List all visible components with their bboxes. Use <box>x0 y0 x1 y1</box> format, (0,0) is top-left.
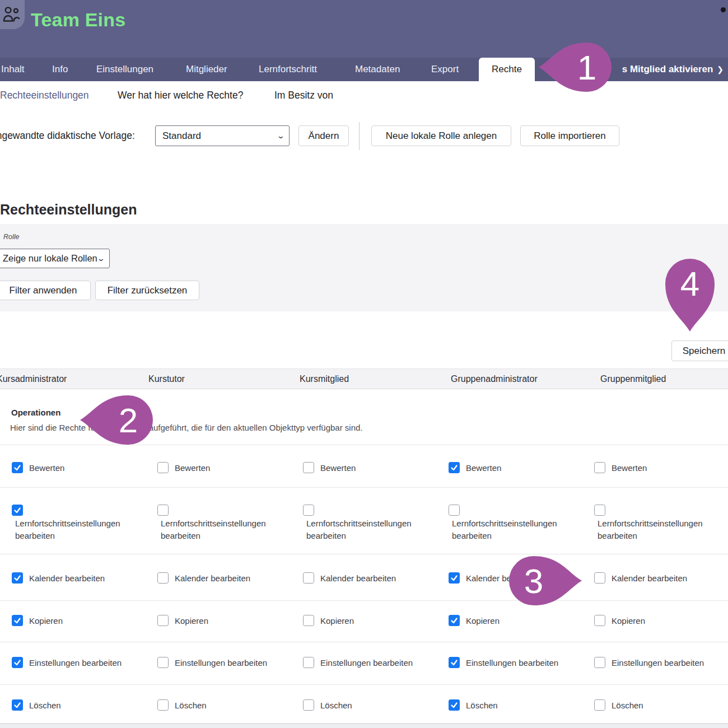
checkbox-bewerten-col3[interactable] <box>303 462 314 473</box>
group-icon <box>1 4 21 25</box>
permission-label: Kalender bearbeiten <box>612 573 687 583</box>
permission-label: Lernfortschrittseinstellungen bearbeiten <box>306 517 441 542</box>
checkbox-kopieren-col5[interactable] <box>594 615 605 626</box>
checkbox-einstellungen-bearbeiten-col5[interactable] <box>594 657 605 668</box>
checkbox-bewerten-col2[interactable] <box>157 462 169 473</box>
permission-label: Kopieren <box>175 616 208 626</box>
permission-label: Bewerten <box>29 463 64 473</box>
checkbox-einstellungen-bearbeiten-col3[interactable] <box>303 657 314 668</box>
checkbox-kopieren-col3[interactable] <box>303 615 314 626</box>
member-activate-action[interactable]: s Mitglied aktivieren❯ <box>622 58 724 81</box>
didactic-template-label: Angewandte didaktische Vorlage: <box>0 130 135 142</box>
role-filter-select[interactable]: Zeige nur lokale Rollen ⌄ <box>0 249 110 268</box>
permission-cell <box>303 505 314 516</box>
permission-label: Kalender bearbeiten <box>175 573 250 583</box>
permission-cell: Kopieren <box>12 615 63 626</box>
check-icon <box>450 574 458 582</box>
permission-cell: Einstellungen bearbeiten <box>157 657 267 668</box>
filter-reset-button[interactable]: Filter zurücksetzen <box>95 281 199 300</box>
tab-lernfortschritt[interactable]: Lernfortschritt <box>259 58 317 81</box>
subtab-rechteeinstellungen[interactable]: Rechteeinstellungen <box>0 90 89 101</box>
checkbox-einstellungen-bearbeiten-col1[interactable] <box>12 657 23 668</box>
column-header-kurstutor: Kurstutor <box>148 369 185 389</box>
permission-label: Lernfortschrittseinstellungen bearbeiten <box>15 517 150 542</box>
permission-row-bewerten: BewertenBewertenBewertenBewertenBewerten <box>0 445 728 488</box>
check-icon <box>13 574 21 582</box>
permission-cell: Kalender bearbeiten <box>12 572 105 584</box>
checkbox-kalender-bearbeiten-col3[interactable] <box>303 572 314 584</box>
checkbox-kalender-bearbeiten-col4[interactable] <box>449 572 460 584</box>
permission-row-einstellungen-bearbeiten: Einstellungen bearbeitenEinstellungen be… <box>0 642 728 685</box>
permission-label: Lernfortschrittseinstellungen bearbeiten <box>452 517 586 542</box>
group-icon-tile[interactable] <box>0 0 25 29</box>
checkbox-kalender-bearbeiten-col2[interactable] <box>157 572 169 584</box>
checkbox-kalender-bearbeiten-col1[interactable] <box>12 572 23 584</box>
checkbox-l-schen-col5[interactable] <box>594 699 605 711</box>
tab-info[interactable]: Info <box>52 58 68 81</box>
permission-cell: Kalender bearbeiten <box>449 572 542 584</box>
didactic-template-select[interactable]: Standard ⌄ <box>155 125 290 146</box>
permission-label: Bewerten <box>612 463 647 473</box>
permission-cell <box>157 505 169 516</box>
section-heading: Rechteeinstellungen <box>0 202 137 218</box>
checkbox-kalender-bearbeiten-col5[interactable] <box>594 572 605 584</box>
checkbox-lernfortschrittseinstellungen-bearbeiten-col2[interactable] <box>157 505 169 516</box>
checkbox-l-schen-col1[interactable] <box>12 699 23 711</box>
permission-cell: Löschen <box>594 699 643 711</box>
permission-cell: Kalender bearbeiten <box>594 572 687 584</box>
checkbox-kopieren-col2[interactable] <box>157 615 169 626</box>
column-header-kursmitglied: Kursmitglied <box>300 369 349 389</box>
tab-inhalt[interactable]: Inhalt <box>1 58 25 81</box>
operations-title: Operationen <box>11 408 60 417</box>
permission-cell <box>594 505 605 516</box>
filter-panel: Rolle Zeige nur lokale Rollen ⌄ Filter a… <box>0 224 728 311</box>
permission-row-kalender-bearbeiten: Kalender bearbeitenKalender bearbeitenKa… <box>0 554 728 601</box>
import-role-button[interactable]: Rolle importieren <box>520 125 619 146</box>
permission-cell: Löschen <box>157 699 207 711</box>
permission-label: Kopieren <box>612 616 645 626</box>
check-icon <box>450 617 458 624</box>
permission-cell: Bewerten <box>303 462 356 473</box>
checkbox-einstellungen-bearbeiten-col2[interactable] <box>157 657 169 668</box>
permission-cell: Löschen <box>449 699 498 711</box>
permission-cell: Bewerten <box>449 462 501 473</box>
checkbox-kopieren-col1[interactable] <box>12 615 23 626</box>
permission-cell: Bewerten <box>157 462 210 473</box>
permission-label: Kalender bearbeiten <box>29 573 105 583</box>
checkbox-bewerten-col1[interactable] <box>12 462 23 473</box>
tab-metadaten[interactable]: Metadaten <box>355 58 400 81</box>
permission-label: Löschen <box>29 701 61 710</box>
tab-mitglieder[interactable]: Mitglieder <box>186 58 227 81</box>
tab-rechte[interactable]: Rechte <box>479 58 535 81</box>
save-button[interactable]: Speichern <box>671 340 728 361</box>
checkbox-kopieren-col4[interactable] <box>449 615 460 626</box>
chevron-right-icon: ❯ <box>717 65 724 74</box>
checkbox-einstellungen-bearbeiten-col4[interactable] <box>449 657 460 668</box>
main-tab-bar: s Mitglied aktivieren❯ InhaltInfoEinstel… <box>0 58 728 81</box>
permission-cell: Löschen <box>12 699 61 711</box>
subtab-im-besitz-von[interactable]: Im Besitz von <box>274 90 333 101</box>
filter-apply-button[interactable]: Filter anwenden <box>0 281 91 300</box>
permission-row-l-schen: LöschenLöschenLöschenLöschenLöschen <box>0 685 728 724</box>
change-button[interactable]: Ändern <box>298 125 349 146</box>
checkbox-l-schen-col4[interactable] <box>449 699 460 711</box>
tab-einstellungen[interactable]: Einstellungen <box>96 58 153 81</box>
checkbox-bewerten-col5[interactable] <box>594 462 605 473</box>
tab-export[interactable]: Export <box>431 58 459 81</box>
role-filter-label: Rolle <box>3 233 20 241</box>
checkbox-lernfortschrittseinstellungen-bearbeiten-col5[interactable] <box>594 505 605 516</box>
permission-label: Kalender bearbeiten <box>466 573 542 583</box>
permission-cell <box>449 505 460 516</box>
checkbox-l-schen-col3[interactable] <box>303 699 314 711</box>
permission-cell: Kalender bearbeiten <box>303 572 396 584</box>
subtab-wer-hat-hier-welche-rechte[interactable]: Wer hat hier welche Rechte? <box>118 90 243 101</box>
permission-label: Bewerten <box>175 463 210 473</box>
checkbox-bewerten-col4[interactable] <box>449 462 460 473</box>
checkbox-lernfortschrittseinstellungen-bearbeiten-col1[interactable] <box>12 505 23 516</box>
checkbox-l-schen-col2[interactable] <box>157 699 169 711</box>
permission-row-lernfortschrittseinstellungen-bearbeiten: Lernfortschrittseinstellungen bearbeiten… <box>0 488 728 554</box>
permission-label: Kopieren <box>466 616 500 626</box>
new-local-role-button[interactable]: Neue lokale Rolle anlegen <box>371 125 511 146</box>
checkbox-lernfortschrittseinstellungen-bearbeiten-col4[interactable] <box>449 505 460 516</box>
checkbox-lernfortschrittseinstellungen-bearbeiten-col3[interactable] <box>303 505 314 516</box>
